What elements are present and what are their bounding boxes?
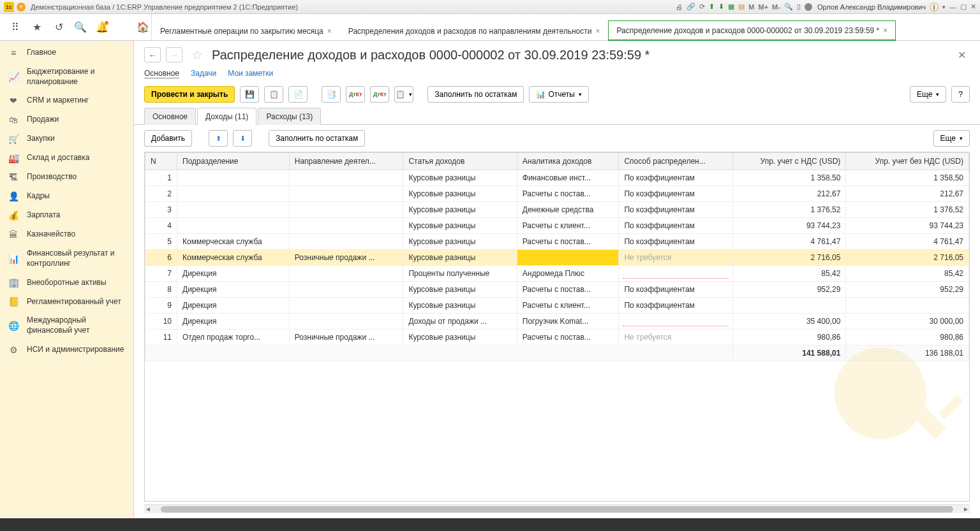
cell[interactable] [289, 218, 403, 234]
cell[interactable]: Расчеты с постав... [517, 330, 619, 346]
fill-balance-button[interactable]: Заполнить по остаткам [427, 86, 524, 103]
cell[interactable]: 2 716,05 [733, 250, 846, 266]
cell[interactable] [289, 170, 403, 186]
refresh-icon[interactable]: ⟳ [699, 3, 705, 11]
dtkt2-button[interactable]: ДтКт [370, 86, 389, 103]
post-and-close-button[interactable]: Провести и закрыть [144, 86, 235, 103]
cell[interactable]: Расчеты с постав... [517, 282, 619, 298]
sidebar-item[interactable]: 📊Финансовый результат и контроллинг [0, 244, 133, 273]
cell[interactable]: По коэффициентам [619, 282, 733, 298]
cell[interactable]: Дирекция [177, 266, 290, 282]
search-sys-icon[interactable]: 🔍 [784, 3, 793, 11]
reports-button[interactable]: Отчеты▾ [529, 86, 588, 103]
cell[interactable]: 30 000,00 [846, 314, 969, 330]
close-page-icon[interactable]: ✕ [954, 49, 970, 61]
upload-icon[interactable]: ⬆ [709, 3, 715, 11]
move-down-button[interactable] [233, 130, 252, 147]
table-row[interactable]: 1Курсовые разницыФинансовые инст...По ко… [145, 170, 969, 186]
cell[interactable] [733, 298, 846, 314]
info-icon[interactable]: i [930, 3, 939, 11]
bell-icon[interactable]: 🔔 [96, 21, 108, 34]
cell[interactable]: По коэффициентам [619, 234, 733, 250]
close-icon[interactable]: × [595, 27, 600, 36]
cell[interactable]: 5 [145, 234, 177, 250]
sidebar-item[interactable]: 🏭Склад и доставка [0, 149, 133, 168]
cell[interactable] [177, 186, 290, 202]
cell[interactable]: Дирекция [177, 282, 290, 298]
more-button[interactable]: Еще▾ [910, 86, 946, 103]
chevron-down-icon[interactable]: ▾ [942, 4, 946, 10]
cell[interactable]: 1 376,52 [733, 202, 846, 218]
cell[interactable]: Розничные продажи ... [289, 250, 403, 266]
sidebar-item[interactable]: ⚙НСИ и администрирование [0, 340, 133, 360]
column-header[interactable]: Упр. учет без НДС (USD) [846, 153, 969, 170]
cell[interactable]: Доходы от продажи ... [403, 314, 517, 330]
cell[interactable]: Погрузчик Komat... [517, 314, 619, 330]
star-icon[interactable]: ☆ [191, 47, 203, 62]
table-row[interactable]: 4Курсовые разницыРасчеты с клиент...По к… [145, 218, 969, 234]
inner-tab[interactable]: Расходы (13) [258, 108, 321, 125]
table-row[interactable]: 3Курсовые разницыДенежные средстваПо коэ… [145, 202, 969, 218]
cell[interactable]: 2 [145, 186, 177, 202]
cell[interactable]: 212,67 [733, 186, 846, 202]
cell[interactable]: Не требуется [619, 330, 733, 346]
dtkt-button[interactable]: ДтКт [346, 86, 365, 103]
sidebar-item[interactable]: 🛍Продажи [0, 110, 133, 129]
sidebar-item[interactable]: 🌐Международный финансовый учет [0, 311, 133, 340]
maximize-icon[interactable]: ▢ [960, 3, 967, 11]
close-icon[interactable]: × [883, 26, 887, 35]
cell[interactable] [289, 202, 403, 218]
column-header[interactable]: Подразделение [177, 153, 290, 170]
scroll-thumb[interactable] [161, 506, 953, 513]
cell[interactable]: Расчеты с постав... [517, 234, 619, 250]
top-tab[interactable]: Регламентные операции по закрытию месяца… [152, 20, 340, 41]
cell[interactable] [846, 298, 969, 314]
cell[interactable]: По коэффициентам [619, 298, 733, 314]
sidebar-item[interactable]: 🛒Закупки [0, 129, 133, 149]
cell[interactable]: 10 [145, 314, 177, 330]
close-icon[interactable]: × [327, 27, 332, 36]
cell[interactable]: По коэффициентам [619, 202, 733, 218]
sidebar-item[interactable]: ≡Главное [0, 43, 133, 62]
column-header[interactable]: Направление деятел... [289, 153, 403, 170]
m-button[interactable]: M [748, 3, 754, 11]
cell[interactable]: По коэффициентам [619, 218, 733, 234]
column-header[interactable]: Статья доходов [403, 153, 517, 170]
history-icon[interactable]: ↺ [52, 21, 65, 34]
m-plus-button[interactable]: M+ [759, 3, 769, 11]
top-tab[interactable]: Распределения доходов и расходов по напр… [340, 20, 609, 41]
cell[interactable]: Отдел продаж торго... [177, 330, 290, 346]
cell[interactable] [177, 202, 290, 218]
calc-icon[interactable]: ▦ [728, 3, 734, 11]
cell[interactable]: Расчеты с клиент... [517, 298, 619, 314]
cell[interactable]: Не требуется [619, 250, 733, 266]
cell[interactable]: Проценты полученные [403, 266, 517, 282]
cell[interactable]: Курсовые разницы [403, 250, 517, 266]
cell[interactable]: Курсовые разницы [403, 202, 517, 218]
apps-icon[interactable]: ⠿ [9, 21, 22, 34]
cell[interactable] [177, 218, 290, 234]
sidebar-item[interactable]: 💰Зарплата [0, 206, 133, 225]
minimize-icon[interactable]: — [949, 3, 956, 11]
cell[interactable]: Коммерческая служба [177, 250, 290, 266]
cell[interactable]: 4 [145, 218, 177, 234]
scroll-right-icon[interactable]: ► [962, 506, 970, 513]
post-button[interactable] [264, 86, 283, 103]
data-table[interactable]: NПодразделениеНаправление деятел...Стать… [144, 152, 970, 502]
column-header[interactable]: Аналитика доходов [517, 153, 619, 170]
home-button[interactable]: 🏠 [134, 14, 152, 40]
cell[interactable]: 11 [145, 330, 177, 346]
cell[interactable]: 85,42 [846, 266, 969, 282]
cell[interactable]: По коэффициентам [619, 170, 733, 186]
sidebar-item[interactable]: 🏢Внеоборотные активы [0, 273, 133, 292]
cell[interactable]: 1 358,50 [733, 170, 846, 186]
cell[interactable]: Дирекция [177, 298, 290, 314]
cell[interactable]: Расчеты с клиент... [517, 218, 619, 234]
inner-tab[interactable]: Доходы (11) [197, 108, 256, 125]
cell[interactable]: 6 [145, 250, 177, 266]
cell[interactable]: 2 716,05 [846, 250, 969, 266]
table-row[interactable]: 8ДирекцияКурсовые разницыРасчеты с поста… [145, 282, 969, 298]
move-up-button[interactable] [209, 130, 228, 147]
table-row[interactable]: 6Коммерческая службаРозничные продажи ..… [145, 250, 969, 266]
cell[interactable]: Курсовые разницы [403, 186, 517, 202]
